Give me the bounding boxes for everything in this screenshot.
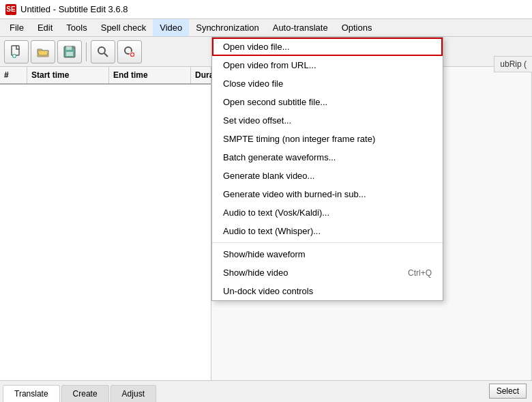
menu-audio-vosk[interactable]: Audio to text (Vosk/Kaldi)... bbox=[212, 203, 443, 222]
menu-show-hide-waveform-label: Show/hide waveform bbox=[223, 249, 306, 259]
menu-batch-waveforms-label: Batch generate waveforms... bbox=[223, 152, 336, 162]
menu-open-second-subtitle[interactable]: Open second subtitle file... bbox=[212, 93, 443, 111]
menu-generate-blank-video-label: Generate blank video... bbox=[223, 171, 314, 181]
dropdown-menu: Open video file... Open video from URL..… bbox=[211, 37, 443, 301]
menu-show-hide-video[interactable]: Show/hide video Ctrl+Q bbox=[212, 263, 443, 282]
menu-close-video[interactable]: Close video file bbox=[212, 74, 443, 93]
menu-undock-video[interactable]: Un-dock video controls bbox=[212, 282, 443, 300]
menu-show-hide-video-label: Show/hide video bbox=[223, 268, 288, 278]
menu-smpte-timing[interactable]: SMPTE timing (non integer frame rate) bbox=[212, 130, 443, 148]
menu-smpte-timing-label: SMPTE timing (non integer frame rate) bbox=[223, 134, 375, 144]
menu-audio-whisper-label: Audio to text (Whisper)... bbox=[223, 226, 321, 236]
menu-batch-waveforms[interactable]: Batch generate waveforms... bbox=[212, 148, 443, 167]
menu-generate-burned-sub[interactable]: Generate video with burned-in sub... bbox=[212, 185, 443, 203]
menu-generate-burned-sub-label: Generate video with burned-in sub... bbox=[223, 189, 366, 199]
menu-generate-blank-video[interactable]: Generate blank video... bbox=[212, 167, 443, 185]
menu-set-video-offset[interactable]: Set video offset... bbox=[212, 111, 443, 130]
dropdown-overlay: Open video file... Open video from URL..… bbox=[0, 0, 532, 402]
menu-open-second-subtitle-label: Open second subtitle file... bbox=[223, 97, 327, 107]
menu-open-video-file-label: Open video file... bbox=[223, 42, 290, 52]
dropdown-separator-1 bbox=[212, 242, 443, 243]
menu-open-video-file[interactable]: Open video file... bbox=[212, 38, 443, 56]
menu-open-video-url[interactable]: Open video from URL... bbox=[212, 56, 443, 74]
menu-undock-video-label: Un-dock video controls bbox=[223, 286, 313, 296]
menu-open-video-url-label: Open video from URL... bbox=[223, 60, 316, 70]
menu-audio-whisper[interactable]: Audio to text (Whisper)... bbox=[212, 222, 443, 240]
menu-close-video-label: Close video file bbox=[223, 78, 283, 89]
menu-show-hide-video-shortcut: Ctrl+Q bbox=[408, 268, 432, 278]
menu-audio-vosk-label: Audio to text (Vosk/Kaldi)... bbox=[223, 207, 329, 218]
menu-set-video-offset-label: Set video offset... bbox=[223, 115, 291, 126]
menu-show-hide-waveform[interactable]: Show/hide waveform bbox=[212, 245, 443, 263]
